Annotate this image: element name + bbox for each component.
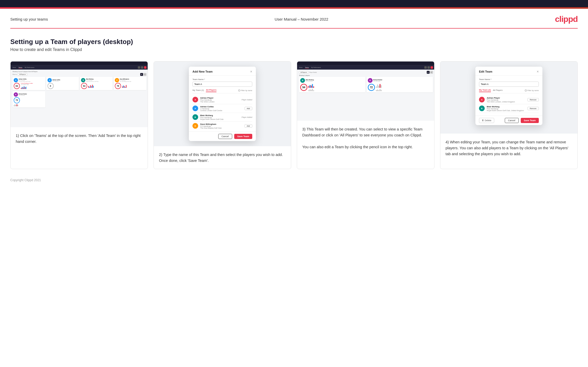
card-2: Add New Team × Team Name * My Team (2) A… bbox=[154, 61, 291, 169]
edit-dialog-header: Edit Team × bbox=[475, 67, 542, 76]
player-info: Blair McHarg Plus HandicapRoyal North De… bbox=[487, 106, 525, 111]
save-team-button[interactable]: Save Team bbox=[234, 134, 252, 139]
player-name: Adrian Player bbox=[200, 97, 239, 99]
page-subtitle: How to create and edit Teams in Clippd bbox=[10, 47, 578, 52]
list-item: A Adrian Player Plus HandicapThe Shire L… bbox=[479, 95, 539, 104]
avatar: D bbox=[192, 123, 198, 129]
card3-text: 3) This Team will then be created. You c… bbox=[297, 121, 434, 169]
player-added-status: Player Added bbox=[241, 116, 252, 118]
tab-my-team[interactable]: My Team (2) bbox=[192, 89, 204, 92]
filter-checkbox[interactable] bbox=[238, 90, 240, 91]
list-item: B Blair McHarg Plus HandicapRoyal North … bbox=[192, 113, 252, 122]
cancel-button[interactable]: Cancel bbox=[505, 118, 519, 123]
filter-by-name: Filter by name bbox=[525, 90, 539, 91]
cancel-button[interactable]: Cancel bbox=[218, 134, 232, 139]
edit-dialog-title: Edit Team bbox=[479, 70, 492, 73]
player-added-status: Player Added bbox=[241, 99, 252, 101]
dialog-header: Add New Team × bbox=[189, 67, 256, 76]
player-details: 3.5 HandicapThe Dog Maging Golf Club bbox=[200, 125, 242, 129]
player-name: Blair McHarg bbox=[487, 106, 525, 108]
filter-checkbox[interactable] bbox=[525, 90, 527, 91]
card-4: Edit Team × Team Name * My Team (2) All … bbox=[440, 61, 578, 169]
player-name: Adrian Player bbox=[487, 97, 525, 99]
list-item: B Blair McHarg Plus HandicapRoyal North … bbox=[479, 104, 539, 113]
dialog-tabs: My Team (2) All Players Filter by name bbox=[192, 89, 252, 93]
avatar: B bbox=[479, 106, 485, 111]
edit-dialog-tabs: My Team (2) All Players Filter by name bbox=[479, 89, 539, 93]
avatar: A bbox=[192, 106, 198, 111]
player-info: Adrian Coliba 1 HandicapCentral London G… bbox=[200, 106, 242, 111]
player-list: A Adrian Player Plus HandicapThe Shire L… bbox=[192, 95, 252, 129]
card3-screenshot: Home Teams My Performance All Players ▾ … bbox=[297, 62, 434, 121]
tab-all-players[interactable]: All Players bbox=[493, 89, 503, 92]
filter-by-name: Filter by name bbox=[238, 90, 252, 91]
header-center: User Manual – November 2022 bbox=[275, 17, 328, 21]
close-icon[interactable]: × bbox=[250, 70, 252, 73]
player-info: Blair McHarg Plus HandicapRoyal North De… bbox=[200, 114, 239, 120]
card-3: Home Teams My Performance All Players ▾ … bbox=[297, 61, 434, 169]
close-icon[interactable]: × bbox=[537, 70, 539, 73]
player-name: Adrian Coliba bbox=[200, 106, 242, 108]
save-team-button[interactable]: Save Team bbox=[521, 118, 539, 123]
top-bar bbox=[0, 0, 588, 7]
dialog-title: Add New Team bbox=[192, 70, 213, 73]
list-item: A Adrian Player Plus HandicapThe Shire L… bbox=[192, 95, 252, 104]
trash-icon: 🗑 bbox=[482, 119, 484, 121]
card2-screenshot: Add New Team × Team Name * My Team (2) A… bbox=[154, 62, 291, 146]
player-info: Adrian Player Plus HandicapThe Shire Lon… bbox=[487, 97, 525, 103]
dialog-body: Team Name * My Team (2) All Players Filt… bbox=[189, 76, 256, 132]
tab-all-players[interactable]: All Players bbox=[206, 89, 216, 92]
dialog-footer: Cancel Save Team bbox=[189, 132, 256, 141]
edit-dialog-body: Team Name * My Team (2) All Players Filt… bbox=[475, 76, 542, 116]
team-name-input[interactable] bbox=[192, 82, 252, 87]
header: Setting up your teams User Manual – Nove… bbox=[0, 9, 588, 28]
team-name-label: Team Name * bbox=[192, 78, 252, 81]
list-item: A Adrian Coliba 1 HandicapCentral London… bbox=[192, 104, 252, 113]
card-1: Home Teams My Performance Showing 4 out … bbox=[10, 61, 148, 169]
player-name: Dave Billingham bbox=[200, 123, 242, 125]
logo: clippd bbox=[555, 14, 578, 24]
player-details: Plus HandicapRoyal North Devon Golf Club… bbox=[487, 108, 525, 111]
card4-text: 4) When editing your Team, you can chang… bbox=[440, 134, 577, 169]
edit-dialog-footer: 🗑 Delete Cancel Save Team bbox=[475, 116, 542, 125]
player-info: Dave Billingham 3.5 HandicapThe Dog Magi… bbox=[200, 123, 242, 129]
team-name-label: Team Name * bbox=[479, 78, 539, 81]
copyright: Copyright Clippd 2021 bbox=[10, 178, 578, 182]
add-team-dialog: Add New Team × Team Name * My Team (2) A… bbox=[189, 67, 256, 141]
remove-player-button[interactable]: Remove bbox=[527, 98, 539, 101]
avatar: B bbox=[192, 114, 198, 120]
tab-my-team[interactable]: My Team (2) bbox=[479, 89, 491, 92]
add-player-button[interactable]: Add bbox=[245, 107, 252, 110]
edit-team-dialog: Edit Team × Team Name * My Team (2) All … bbox=[475, 67, 542, 125]
edit-player-list: A Adrian Player Plus HandicapThe Shire L… bbox=[479, 95, 539, 113]
player-details: Plus HandicapThe Shire London, United Ki… bbox=[487, 99, 525, 103]
add-player-button[interactable]: Add bbox=[245, 124, 252, 128]
player-details: Plus HandicapRoyal North Devon Golf Club bbox=[200, 117, 239, 120]
player-details: 1 HandicapCentral London Golf Centre bbox=[200, 108, 242, 111]
avatar: A bbox=[192, 97, 198, 102]
page-content: Setting up a Team of players (desktop) H… bbox=[0, 29, 588, 192]
avatar: A bbox=[479, 97, 485, 102]
player-info: Adrian Player Plus HandicapThe Shire Lon… bbox=[200, 97, 239, 103]
card1-screenshot: Home Teams My Performance Showing 4 out … bbox=[11, 62, 148, 127]
card4-screenshot: Edit Team × Team Name * My Team (2) All … bbox=[440, 62, 577, 134]
card2-text: 2) Type the name of this Team and then s… bbox=[154, 146, 291, 169]
page-title: Setting up a Team of players (desktop) bbox=[10, 38, 578, 46]
edit-team-name-input[interactable] bbox=[479, 82, 539, 87]
list-item: D Dave Billingham 3.5 HandicapThe Dog Ma… bbox=[192, 122, 252, 129]
cards-row: Home Teams My Performance Showing 4 out … bbox=[10, 61, 578, 169]
delete-button[interactable]: 🗑 Delete bbox=[479, 118, 494, 123]
card1-text: 1) Click on 'Teams' at the top of the sc… bbox=[11, 127, 148, 169]
player-details: Plus HandicapThe Shire London bbox=[200, 99, 239, 103]
header-left: Setting up your teams bbox=[10, 17, 48, 21]
remove-player-button[interactable]: Remove bbox=[527, 107, 539, 110]
player-name: Blair McHarg bbox=[200, 114, 239, 117]
